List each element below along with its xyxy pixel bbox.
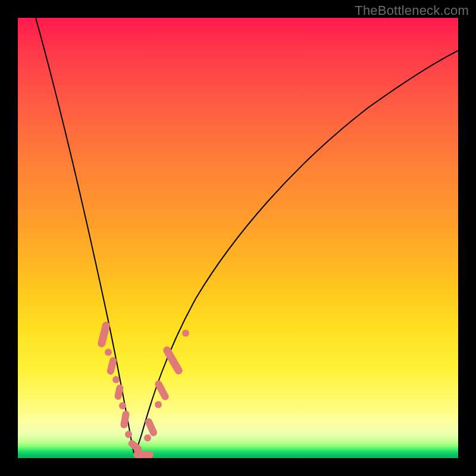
- marker: [114, 384, 124, 400]
- plot-area: [18, 18, 458, 458]
- marker: [119, 402, 126, 409]
- marker: [97, 321, 111, 348]
- bottleneck-curve: [36, 18, 458, 455]
- curve-layer: [18, 18, 458, 458]
- chart-stage: TheBottleneck.com: [0, 0, 476, 476]
- marker: [112, 376, 120, 383]
- marker: [182, 330, 189, 337]
- marker: [107, 356, 118, 375]
- marker-cluster: [97, 321, 189, 458]
- marker: [144, 417, 158, 437]
- marker: [162, 345, 184, 376]
- marker: [133, 451, 154, 458]
- marker: [154, 379, 170, 401]
- watermark-text: TheBottleneck.com: [355, 3, 469, 18]
- marker: [155, 401, 162, 408]
- marker: [105, 349, 112, 356]
- marker: [125, 431, 132, 438]
- marker: [144, 434, 151, 441]
